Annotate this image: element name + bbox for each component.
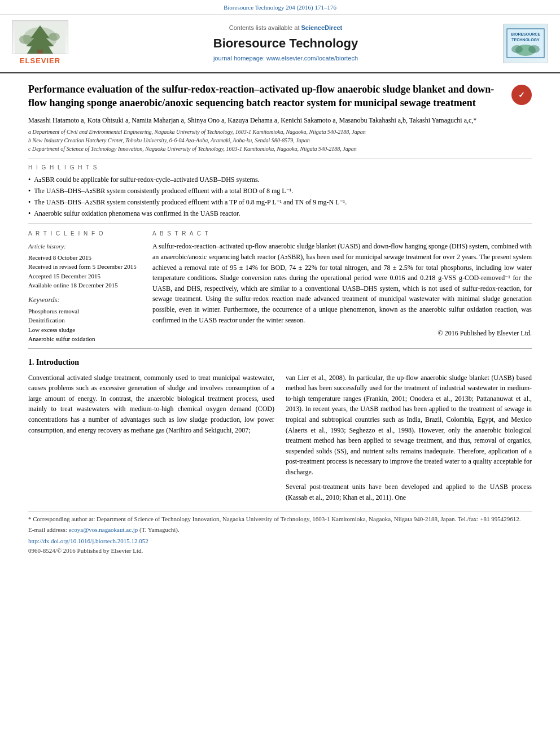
introduction-section: 1. Introduction Conventional activated s…	[28, 357, 532, 503]
journal-homepage: journal homepage: www.elsevier.com/locat…	[213, 54, 358, 63]
accepted-date: Accepted 15 December 2015	[28, 272, 141, 281]
authors-text: Masashi Hatamoto a, Kota Ohtsuki a, Nami…	[28, 116, 476, 124]
footnote-email-value[interactable]: ecoya@vos.nagaokaut.ac.jp	[68, 526, 138, 533]
journal-header: ELSEVIER Contents lists available at Sci…	[0, 15, 560, 73]
affiliation-a: a Department of Civil and Environmental …	[28, 128, 532, 136]
crossmark-icon: ✓	[514, 88, 529, 102]
keywords-label: Keywords:	[28, 295, 141, 305]
footnote-email-line: E-mail address: ecoya@vos.nagaokaut.ac.j…	[28, 526, 532, 535]
available-date: Available online 18 December 2015	[28, 281, 141, 290]
svg-point-4	[19, 35, 33, 44]
svg-point-11	[511, 45, 523, 53]
footnote-section: * Corresponding author at: Department of…	[28, 511, 532, 556]
article-info-col: A R T I C L E I N F O Article history: R…	[28, 230, 141, 344]
sciencedirect-line: Contents lists available at ScienceDirec…	[229, 24, 343, 32]
bullet-icon-3: •	[28, 198, 30, 207]
highlight-item-3: • The UASB–DHS–A₂SBR system consistently…	[28, 198, 532, 207]
elsevier-artwork	[12, 20, 68, 54]
keywords-section: Keywords: Phosphorus removal Denitrifica…	[28, 295, 141, 344]
keyword-2: Denitrification	[28, 316, 141, 325]
highlights-label: H I G H L I G H T S	[28, 164, 532, 172]
keyword-1: Phosphorus removal	[28, 307, 141, 316]
intro-heading: 1. Introduction	[28, 357, 532, 368]
sciencedirect-link[interactable]: ScienceDirect	[301, 24, 343, 31]
intro-left-para: Conventional activated sludge treatment,…	[28, 373, 274, 436]
received-revised-date: Received in revised form 5 December 2015	[28, 262, 141, 272]
abstract-text: A sulfur-redox-reaction–activated up-flo…	[152, 241, 532, 325]
highlight-item-2: • The UASB–DHS–A₂SBR system consistently…	[28, 186, 532, 196]
crossmark-badge: ✓	[511, 85, 532, 105]
svg-text:✓: ✓	[518, 90, 525, 99]
bullet-icon-4: •	[28, 209, 30, 219]
highlight-item-1: • A₂SBR could be applicable for sulfur-r…	[28, 175, 532, 185]
journal-center-header: Contents lists available at ScienceDirec…	[77, 20, 495, 66]
elsevier-logo: ELSEVIER	[9, 20, 71, 66]
journal-title: Bioresource Technology	[213, 35, 358, 53]
abstract-label: A B S T R A C T	[152, 230, 532, 238]
article-title-block: Performance evaluation of the sulfur-red…	[28, 82, 532, 110]
intro-left-col: Conventional activated sludge treatment,…	[28, 373, 274, 503]
bioresource-logo-container: BIORESOURCE TECHNOLOGY	[500, 20, 551, 66]
copyright-line: © 2016 Published by Elsevier Ltd.	[152, 329, 532, 338]
keyword-4: Anaerobic sulfur oxidation	[28, 334, 141, 344]
elsevier-brand: ELSEVIER	[20, 56, 60, 66]
journal-reference-bar: Bioresource Technology 204 (2016) 171–17…	[0, 0, 560, 15]
divider-1	[28, 159, 532, 159]
intro-right-text: van Lier et al., 2008). In particular, t…	[286, 374, 532, 476]
footnote-email-author: (T. Yamaguchi).	[139, 526, 180, 533]
journal-ref-text: Bioresource Technology 204 (2016) 171–17…	[224, 4, 336, 11]
intro-right-col: van Lier et al., 2008). In particular, t…	[286, 373, 532, 503]
svg-text:BIORESOURCE: BIORESOURCE	[511, 32, 540, 36]
footnote-email-label: E-mail address:	[28, 526, 68, 533]
divider-3	[28, 348, 532, 349]
history-label: Article history:	[28, 242, 141, 251]
issn-line: 0960-8524/© 2016 Published by Elsevier L…	[28, 547, 532, 555]
authors-line: Masashi Hatamoto a, Kota Ohtsuki a, Nami…	[28, 115, 532, 125]
article-history: Article history: Received 8 October 2015…	[28, 242, 141, 290]
main-content: Performance evaluation of the sulfur-red…	[0, 73, 560, 565]
received-date: Received 8 October 2015	[28, 253, 141, 263]
highlight-text-3: The UASB–DHS–A₂SBR system consistently p…	[34, 198, 347, 207]
svg-point-5	[49, 33, 60, 41]
affiliation-b: b New Industry Creation Hatchery Center,…	[28, 136, 532, 145]
svg-rect-3	[37, 50, 43, 54]
footnote-star-line: * Corresponding author at: Department of…	[28, 515, 532, 524]
keyword-3: Low excess sludge	[28, 325, 141, 335]
bioresource-logo: BIORESOURCE TECHNOLOGY	[503, 24, 548, 63]
doi-link[interactable]: http://dx.doi.org/10.1016/j.biortech.201…	[28, 537, 532, 545]
article-title-text: Performance evaluation of the sulfur-red…	[28, 82, 506, 110]
highlight-text-4: Anaerobic sulfur oxidation phenomena was…	[34, 209, 240, 219]
bullet-icon-2: •	[28, 186, 30, 196]
intro-right-text-2: Several post-treatment units have been d…	[286, 483, 532, 501]
elsevier-tree-svg	[15, 23, 65, 54]
affiliations-block: a Department of Civil and Environmental …	[28, 128, 532, 153]
highlight-text-2: The UASB–DHS–A₂SBR system consistently p…	[34, 186, 293, 196]
article-info-abstract: A R T I C L E I N F O Article history: R…	[28, 230, 532, 344]
intro-right-para-2: Several post-treatment units have been d…	[286, 482, 532, 503]
bioresource-logo-svg: BIORESOURCE TECHNOLOGY	[506, 28, 545, 59]
intro-two-col: Conventional activated sludge treatment,…	[28, 373, 532, 503]
divider-2	[28, 224, 532, 224]
highlight-text-1: A₂SBR could be applicable for sulfur-red…	[34, 175, 259, 185]
affiliation-c: c Department of Science of Technology In…	[28, 145, 532, 153]
svg-point-12	[528, 45, 540, 53]
highlights-section: H I G H L I G H T S • A₂SBR could be app…	[28, 164, 532, 218]
bullet-icon-1: •	[28, 175, 30, 185]
highlight-item-4: • Anaerobic sulfur oxidation phenomena w…	[28, 209, 532, 219]
article-info-label: A R T I C L E I N F O	[28, 230, 141, 238]
abstract-col: A B S T R A C T A sulfur-redox-reaction–…	[152, 230, 532, 344]
svg-text:TECHNOLOGY: TECHNOLOGY	[511, 38, 540, 42]
intro-right-para: van Lier et al., 2008). In particular, t…	[286, 373, 532, 478]
